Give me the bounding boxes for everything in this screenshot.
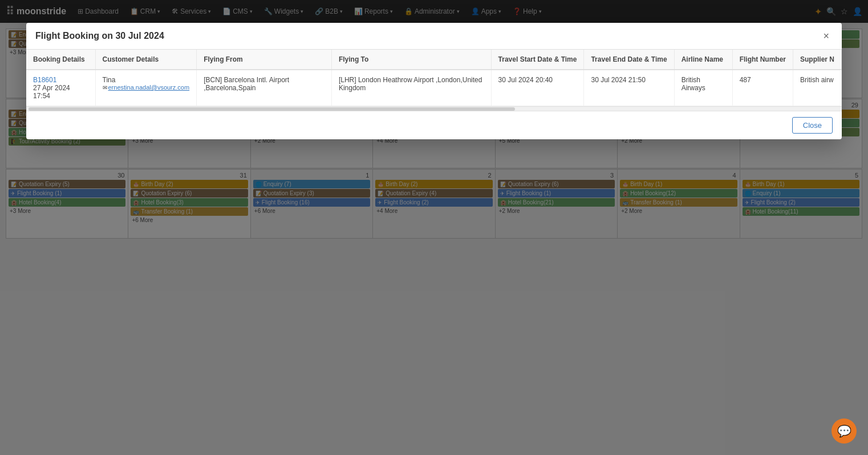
horizontal-scrollbar[interactable] — [26, 106, 842, 111]
booking-date: 27 Apr 2024 17:54 — [33, 84, 88, 100]
modal-footer: Close — [26, 111, 842, 139]
cell-supplier: British airw — [793, 70, 841, 106]
flight-booking-modal: Flight Booking on 30 Jul 2024 × Booking … — [26, 23, 842, 139]
scroll-thumb — [29, 107, 515, 111]
close-button[interactable]: Close — [792, 117, 833, 134]
cell-booking-details: B18601 27 Apr 2024 17:54 — [26, 70, 95, 106]
col-travel-start: Travel Start Date & Time — [491, 50, 584, 70]
booking-table: Booking Details Customer Details Flying … — [26, 50, 842, 106]
modal-close-button[interactable]: × — [820, 30, 833, 42]
modal-overlay: Flight Booking on 30 Jul 2024 × Booking … — [0, 0, 868, 455]
col-flying-to: Flying To — [331, 50, 491, 70]
col-supplier: Supplier N — [793, 50, 841, 70]
cell-travel-start: 30 Jul 2024 20:40 — [491, 70, 584, 106]
email-icon: ✉ — [103, 84, 107, 91]
booking-id-link[interactable]: B18601 — [33, 76, 88, 84]
col-flying-from: Flying From — [197, 50, 332, 70]
chat-icon: 💬 — [837, 424, 851, 438]
col-flight-number: Flight Number — [732, 50, 793, 70]
cell-customer-details: Tina ✉ ernestina.nadal@vsourz.com — [95, 70, 197, 106]
col-airline: Airline Name — [674, 50, 732, 70]
customer-email[interactable]: ernestina.nadal@vsourz.com — [108, 84, 190, 91]
modal-body: Booking Details Customer Details Flying … — [26, 50, 842, 111]
cell-flying-to: [LHR] London Heathrow Airport ,London,Un… — [331, 70, 491, 106]
customer-name: Tina — [103, 76, 190, 84]
col-travel-end: Travel End Date & Time — [584, 50, 674, 70]
modal-title: Flight Booking on 30 Jul 2024 — [35, 31, 164, 41]
col-booking-details: Booking Details — [26, 50, 95, 70]
cell-flying-from: [BCN] Barcelona Intl. Airport ,Barcelona… — [197, 70, 332, 106]
table-header-row: Booking Details Customer Details Flying … — [26, 50, 842, 70]
chat-bubble[interactable]: 💬 — [832, 418, 857, 444]
table-row: B18601 27 Apr 2024 17:54 Tina ✉ ernestin… — [26, 70, 842, 106]
col-customer-details: Customer Details — [95, 50, 197, 70]
cell-airline: British Airways — [674, 70, 732, 106]
cell-flight-number: 487 — [732, 70, 793, 106]
modal-header: Flight Booking on 30 Jul 2024 × — [26, 23, 842, 50]
cell-travel-end: 30 Jul 2024 21:50 — [584, 70, 674, 106]
